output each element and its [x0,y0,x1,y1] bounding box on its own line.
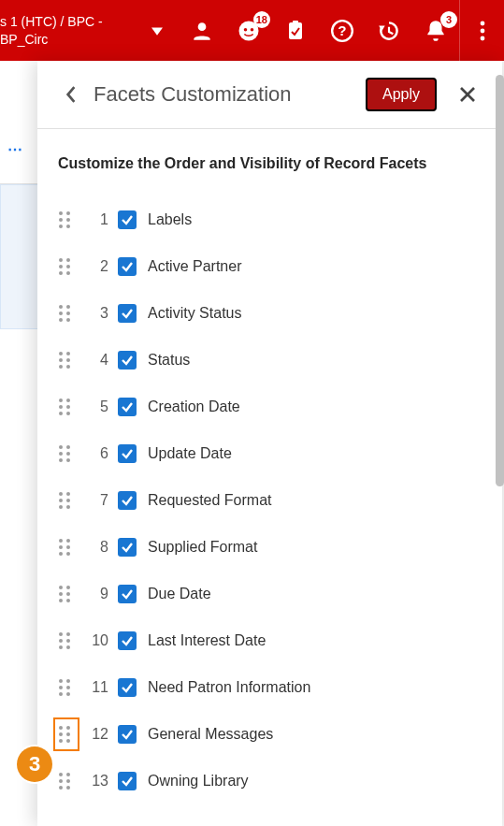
facets-panel: Facets Customization Apply Customize the… [37,61,502,826]
facet-row: 5Creation Date [58,384,482,430]
facet-row: 9Due Date [58,571,482,617]
facet-checkbox[interactable] [118,444,137,463]
facet-row: 6Update Date [58,430,482,477]
help-icon[interactable]: ? [326,15,358,47]
facet-checkbox[interactable] [118,210,137,229]
app-root: s 1 (HTC) / BPC - BP_Circ 18 ? [0,0,504,826]
facet-index: 3 [84,305,108,322]
facet-checkbox[interactable] [118,725,137,744]
drag-handle-icon[interactable] [58,488,75,513]
facet-index: 8 [84,539,108,556]
facet-row: 4Status [58,337,482,384]
facet-index: 1 [84,211,108,228]
svg-point-3 [244,28,248,32]
facet-checkbox[interactable] [118,538,137,557]
drag-handle-icon[interactable] [58,301,75,326]
facet-checkbox[interactable] [118,491,137,510]
facet-label: Last Interest Date [148,632,266,649]
panel-body: Customize the Order and Visibility of Re… [37,129,502,826]
overflow-menu[interactable] [459,0,504,61]
context-title-line1: s 1 (HTC) / BPC - [0,13,136,30]
appbar-actions: 18 ? 3 [186,0,459,61]
drag-handle-icon[interactable] [58,254,75,279]
panel-instruction: Customize the Order and Visibility of Re… [58,155,482,172]
facet-checkbox[interactable] [118,351,137,370]
facet-index: 4 [84,352,108,369]
clipboard-icon[interactable] [280,15,311,47]
facet-checkbox[interactable] [118,257,137,276]
context-dropdown[interactable] [141,15,173,47]
tasks-icon[interactable]: 18 [233,15,265,47]
panel-header: Facets Customization Apply [37,61,502,129]
drag-handle-icon[interactable] [58,535,75,559]
notifications-icon[interactable]: 3 [420,15,452,47]
facet-row: 1Labels [58,196,482,243]
facet-label: General Messages [148,726,273,743]
drag-handle-icon[interactable] [58,208,75,232]
user-icon[interactable] [186,15,218,47]
facet-index: 9 [84,586,108,602]
svg-text:?: ? [338,22,346,38]
svg-point-4 [251,28,254,32]
drag-handle-icon[interactable] [58,395,75,419]
facet-row: 7Requested Format [58,477,482,524]
facet-row: 3Activity Status [58,290,482,337]
facet-row: 11Need Patron Information [58,664,482,711]
svg-point-11 [480,28,484,33]
facet-label: Active Partner [148,258,241,275]
facet-label: Activity Status [148,305,241,322]
facet-list: 1Labels2Active Partner3Activity Status4S… [58,196,482,804]
facet-checkbox[interactable] [118,398,137,416]
app-bar: s 1 (HTC) / BPC - BP_Circ 18 ? [0,0,504,61]
facet-checkbox[interactable] [118,585,137,603]
drag-handle-icon[interactable] [58,769,75,793]
facet-row: 8Supplied Format [58,524,482,571]
facet-checkbox[interactable] [118,304,137,323]
scrollbar-thumb[interactable] [496,75,504,486]
facet-index: 13 [84,773,108,790]
svg-marker-0 [151,27,163,35]
notifications-badge: 3 [440,11,457,28]
facet-label: Requested Format [148,492,272,509]
drag-handle-icon[interactable] [58,675,75,700]
facet-index: 12 [84,726,108,743]
facet-checkbox[interactable] [118,678,137,697]
facet-label: Labels [148,211,192,228]
drag-handle-icon[interactable] [58,629,75,653]
facet-label: Supplied Format [148,539,257,556]
tasks-badge: 18 [253,11,270,28]
context-title: s 1 (HTC) / BPC - BP_Circ [0,13,136,47]
back-button[interactable] [58,81,84,108]
facet-row: 12General Messages [58,711,482,758]
drag-handle-icon[interactable] [58,348,75,372]
annotation-callout: 3 [17,746,52,782]
svg-rect-5 [289,22,302,39]
background-ellipsis-icon[interactable]: ⋯ [7,140,24,158]
facet-index: 10 [84,632,108,649]
apply-button[interactable]: Apply [366,78,437,111]
svg-point-12 [480,36,484,40]
facet-index: 11 [84,679,108,696]
facet-label: Owning Library [148,773,249,790]
facet-label: Creation Date [148,399,240,415]
facet-index: 7 [84,492,108,509]
facet-index: 2 [84,258,108,275]
background-column [0,61,37,826]
close-button[interactable] [454,80,482,109]
facet-label: Update Date [148,445,232,462]
history-icon[interactable] [373,15,405,47]
facet-checkbox[interactable] [118,772,137,790]
facet-index: 6 [84,445,108,462]
background-selected-row [0,184,37,329]
facet-row: 10Last Interest Date [58,617,482,664]
drag-handle-icon[interactable] [58,582,75,606]
svg-rect-6 [293,21,298,24]
facet-label: Due Date [148,586,211,602]
drag-handle-icon[interactable] [58,442,75,466]
drag-handle-icon[interactable] [58,722,75,746]
svg-point-10 [480,21,484,25]
facet-checkbox[interactable] [118,631,137,650]
svg-point-1 [198,22,207,31]
context-title-line2: BP_Circ [0,31,136,48]
facet-row: 13Owning Library [58,758,482,804]
